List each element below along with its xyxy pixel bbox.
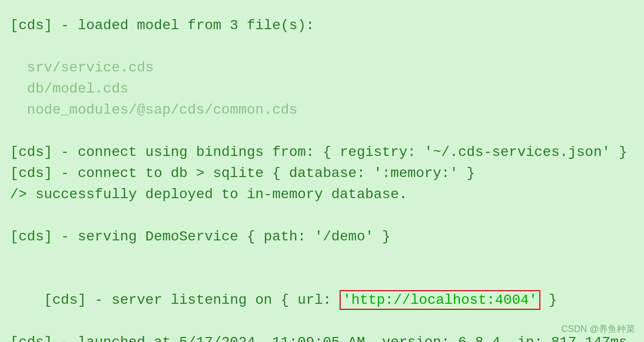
server-listening-suffix: } <box>540 292 557 308</box>
watermark: CSDN @养鱼种菜 <box>561 322 635 336</box>
file-1: srv/service.cds <box>10 57 634 78</box>
terminal-output: [cds] - loaded model from 3 file(s): srv… <box>10 15 634 342</box>
empty-line-2 <box>10 121 634 142</box>
empty-line-4 <box>10 247 634 269</box>
line-deployed: /> successfully deployed to in-memory da… <box>10 184 634 205</box>
file-3: node_modules/@sap/cds/common.cds <box>10 100 634 121</box>
line-serving: [cds] - serving DemoService { path: '/de… <box>10 226 634 247</box>
watermark-text: CSDN @养鱼种菜 <box>561 324 635 334</box>
empty-line-3 <box>10 205 634 226</box>
localhost-url[interactable]: 'http://localhost:4004' <box>340 290 540 310</box>
line-connect-db: [cds] - connect to db > sqlite { databas… <box>10 163 634 184</box>
line-launched: [cds] - launched at 5/17/2024, 11:09:05 … <box>10 332 634 342</box>
line-server-listening: [cds] - server listening on { url: 'http… <box>10 269 634 332</box>
server-listening-prefix: [cds] - server listening on { url: <box>44 292 340 308</box>
line-loaded-model: [cds] - loaded model from 3 file(s): <box>10 15 634 36</box>
line-connect-bindings: [cds] - connect using bindings from: { r… <box>10 142 634 163</box>
empty-line-1 <box>10 36 634 57</box>
file-2: db/model.cds <box>10 78 634 100</box>
